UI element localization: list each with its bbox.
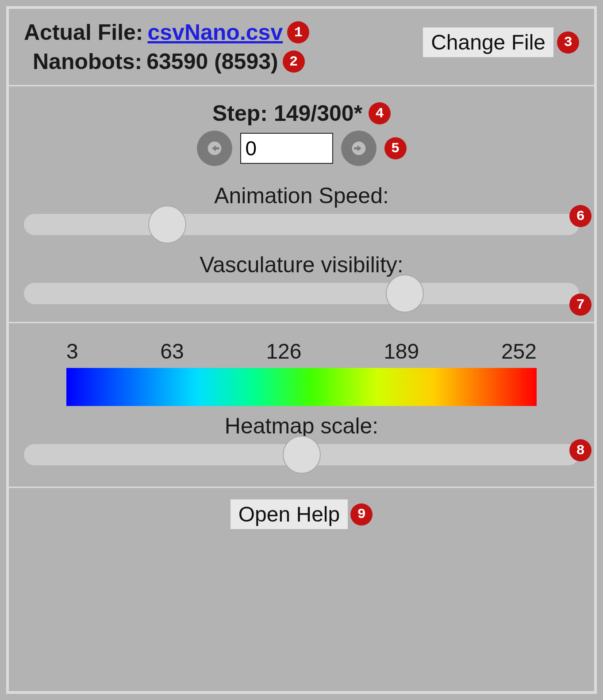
arrow-left-icon xyxy=(204,138,225,159)
heatmap-tick-1: 63 xyxy=(160,339,184,364)
badge-4: 4 xyxy=(369,102,391,124)
open-help-button[interactable]: Open Help xyxy=(230,499,348,529)
heatmap-tick-0: 3 xyxy=(66,339,78,364)
change-file-wrap: Change File 3 xyxy=(423,27,579,57)
step-prev-button[interactable] xyxy=(197,131,232,166)
step-label-row: Step: 149/300* 4 xyxy=(212,101,391,126)
file-info-block: Actual File: csvNano.csv 1 Nanobots: 635… xyxy=(24,19,309,74)
heatmap-section: 3 63 126 189 252 Heatmap scale: 8 xyxy=(9,323,594,488)
badge-9: 9 xyxy=(350,503,373,526)
step-next-button[interactable] xyxy=(341,131,376,166)
heatmap-scale-row xyxy=(24,444,579,465)
step-input[interactable] xyxy=(240,133,333,164)
badge-8: 8 xyxy=(569,439,591,461)
heatmap-tick-3: 189 xyxy=(384,339,419,364)
heatmap-tick-4: 252 xyxy=(501,339,537,364)
heatmap-ticks: 3 63 126 189 252 xyxy=(24,339,579,364)
control-panel: Actual File: csvNano.csv 1 Nanobots: 635… xyxy=(6,6,597,694)
step-controls: 5 xyxy=(197,131,407,166)
file-link[interactable]: csvNano.csv xyxy=(147,19,283,45)
step-label-prefix: Step: xyxy=(212,101,268,126)
heatmap-gradient xyxy=(66,368,537,406)
nanobots-value: 63590 (8593) xyxy=(146,49,278,74)
help-section: Open Help 9 xyxy=(9,488,594,545)
heatmap-scale-slider[interactable] xyxy=(24,444,579,465)
heatmap-tick-2: 126 xyxy=(266,339,301,364)
vasculature-visibility-slider[interactable] xyxy=(24,283,579,304)
nanobots-label: Nanobots: xyxy=(33,49,142,74)
badge-5: 5 xyxy=(384,137,407,159)
step-section: Step: 149/300* 4 5 Animation Speed: 6 Va… xyxy=(9,86,594,323)
file-section: Actual File: csvNano.csv 1 Nanobots: 635… xyxy=(9,9,594,86)
arrow-right-icon xyxy=(349,138,369,159)
animation-speed-row xyxy=(24,214,579,235)
badge-2: 2 xyxy=(283,50,305,73)
badge-7: 7 xyxy=(569,294,591,316)
badge-6: 6 xyxy=(569,205,591,227)
step-label-value: 149/300* xyxy=(274,101,362,126)
actual-file-label: Actual File: xyxy=(24,19,143,45)
animation-speed-label: Animation Speed: xyxy=(24,183,579,209)
vasculature-visibility-label: Vasculature visibility: xyxy=(24,252,579,278)
vasculature-visibility-row xyxy=(24,283,579,304)
animation-speed-slider[interactable] xyxy=(24,214,579,235)
heatmap-scale-label: Heatmap scale: xyxy=(24,413,579,439)
badge-3: 3 xyxy=(557,31,579,54)
nanobots-row: Nanobots: 63590 (8593) 2 xyxy=(24,49,309,74)
actual-file-row: Actual File: csvNano.csv 1 xyxy=(24,19,309,45)
change-file-button[interactable]: Change File xyxy=(423,27,553,57)
badge-1: 1 xyxy=(287,21,309,43)
